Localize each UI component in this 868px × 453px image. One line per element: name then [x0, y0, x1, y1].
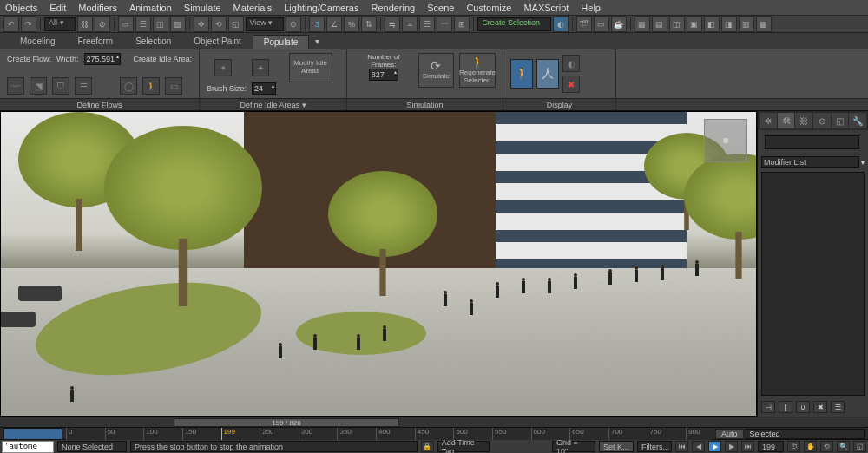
viewcube[interactable]: ▦: [704, 119, 747, 162]
current-frame-field[interactable]: 199: [758, 441, 784, 452]
regenerate-button[interactable]: 🚶 Regenerate Selected: [459, 53, 496, 88]
curve-editor-button[interactable]: 〰: [437, 16, 452, 32]
refcoord-dropdown[interactable]: View ▾: [246, 17, 285, 31]
tool8-button[interactable]: ▩: [756, 16, 772, 32]
remove-mod-button[interactable]: ✖: [813, 401, 827, 413]
tool7-button[interactable]: ▥: [739, 16, 754, 32]
next-frame-button[interactable]: ▶: [725, 441, 738, 452]
angle-snap-button[interactable]: ∠: [326, 16, 342, 32]
time-slider[interactable]: 199 / 826: [174, 418, 399, 427]
tool5-button[interactable]: ◧: [704, 16, 720, 32]
cmd-tab-modify[interactable]: 🛠: [778, 113, 795, 128]
viewport-zoom-button[interactable]: 🔍: [837, 441, 850, 452]
layers-button[interactable]: ☰: [419, 16, 435, 32]
flow-tool-icon[interactable]: 〰: [7, 77, 24, 95]
play-button[interactable]: ▶: [708, 441, 721, 452]
menu-objects[interactable]: Objects: [5, 3, 37, 13]
mirror-button[interactable]: ⇋: [385, 16, 400, 32]
modifier-stack[interactable]: [761, 172, 865, 396]
object-name-field[interactable]: [765, 135, 859, 149]
ribbon-tab-selection[interactable]: Selection: [124, 34, 182, 49]
viewport-orbit-button[interactable]: ⟲: [820, 441, 833, 452]
select-object-button[interactable]: ▭: [118, 16, 134, 32]
display-delete-icon[interactable]: ✖: [562, 76, 580, 93]
key-filters-button[interactable]: Filters...: [637, 441, 672, 452]
cmd-tab-utilities[interactable]: 🔧: [849, 113, 866, 128]
link-dropdown[interactable]: All ▾: [44, 17, 76, 31]
schematic-button[interactable]: ⊞: [454, 16, 470, 32]
redo-button[interactable]: ↷: [21, 16, 36, 32]
tool1-button[interactable]: ▦: [635, 16, 650, 32]
menu-modifiers[interactable]: Modifiers: [78, 3, 117, 13]
modify-idle-button[interactable]: Modify Idle Areas: [289, 53, 332, 82]
seat-tool-icon[interactable]: ⛉: [52, 77, 69, 95]
rotate-button[interactable]: ⟲: [211, 16, 227, 32]
selection-lock-button[interactable]: 🔒: [421, 441, 434, 452]
menu-edit[interactable]: Edit: [49, 3, 66, 13]
menu-scene[interactable]: Scene: [427, 3, 454, 13]
menu-maxscript[interactable]: MAXScript: [523, 3, 569, 13]
footer-define-flows[interactable]: Define Flows: [0, 99, 200, 110]
menu-help[interactable]: Help: [581, 3, 601, 13]
goto-start-button[interactable]: ⏮: [675, 441, 688, 452]
brush-size-spinner[interactable]: 24: [252, 82, 276, 95]
menu-lighting-cameras[interactable]: Lighting/Cameras: [284, 3, 358, 13]
cmd-tab-display[interactable]: ◱: [832, 113, 849, 128]
ribbon-tab-objectpaint[interactable]: Object Paint: [182, 34, 252, 49]
goto-end-button[interactable]: ⏭: [741, 441, 754, 452]
modifier-list-dropdown[interactable]: Modifier List: [761, 156, 859, 168]
select-name-button[interactable]: ☰: [135, 16, 151, 32]
window-crossing-button[interactable]: ▧: [170, 16, 186, 32]
undo-button[interactable]: ↶: [3, 16, 19, 32]
menu-rendering[interactable]: Rendering: [371, 3, 415, 13]
tool4-button[interactable]: ▣: [687, 16, 702, 32]
ribbon-collapse-button[interactable]: ▾: [309, 34, 326, 49]
ribbon-tab-modeling[interactable]: Modeling: [9, 34, 67, 49]
character-realistic-button[interactable]: 🚶: [510, 59, 533, 89]
frames-spinner[interactable]: 827: [369, 69, 398, 81]
cmd-tab-create[interactable]: ✲: [760, 113, 777, 128]
tool2-button[interactable]: ▤: [652, 16, 667, 32]
align-button[interactable]: ≡: [402, 16, 418, 32]
menu-materials[interactable]: Materials: [233, 3, 273, 13]
menu-simulate[interactable]: Simulate: [184, 3, 221, 13]
ramp-tool-icon[interactable]: ⬔: [30, 77, 47, 95]
pin-stack-button[interactable]: ⊣: [761, 401, 775, 413]
percent-snap-button[interactable]: %: [344, 16, 359, 32]
timeline-ruler[interactable]: 0 50 100 150 199 250 300 350 400 450 500…: [66, 428, 712, 440]
select-link-button[interactable]: ⛓: [77, 16, 93, 32]
render-setup-button[interactable]: 🎬: [576, 16, 592, 32]
config-button[interactable]: ☰: [831, 401, 845, 413]
idle-area-person-icon[interactable]: 🚶: [142, 77, 160, 95]
simulate-button[interactable]: ⟳ Simulate: [418, 53, 454, 88]
prev-frame-button[interactable]: ◀: [692, 441, 705, 452]
idle-brush2-icon[interactable]: ✦: [252, 59, 269, 76]
width-spinner[interactable]: 275.591: [84, 53, 121, 65]
track-bar[interactable]: 199 / 826: [0, 417, 868, 427]
make-unique-button[interactable]: ∪: [796, 401, 810, 413]
unlink-button[interactable]: ⊘: [95, 16, 110, 32]
viewport-max-button[interactable]: ◱: [853, 441, 866, 452]
auto-key-button[interactable]: Auto: [715, 429, 744, 439]
render-button[interactable]: ☕: [611, 16, 627, 32]
material-editor-button[interactable]: ◐: [553, 16, 569, 32]
tool6-button[interactable]: ◨: [721, 16, 737, 32]
cmd-tab-motion[interactable]: ⊙: [813, 113, 831, 128]
idle-area-rect-icon[interactable]: ▭: [165, 77, 182, 95]
named-selection-dropdown[interactable]: Create Selection: [477, 17, 551, 31]
perspective-viewport[interactable]: ▦: [1, 112, 756, 416]
ribbon-tab-freeform[interactable]: Freeform: [67, 34, 125, 49]
menu-animation[interactable]: Animation: [129, 3, 172, 13]
ribbon-tab-populate[interactable]: Populate: [253, 35, 309, 49]
display-toggle1-icon[interactable]: ◐: [562, 55, 580, 72]
set-key-button[interactable]: Set K...: [599, 441, 634, 452]
mini-viewport-thumb[interactable]: [3, 428, 62, 440]
idle-brush1-icon[interactable]: ✶: [214, 59, 232, 76]
key-filter-dropdown[interactable]: Selected: [746, 429, 865, 439]
stair-tool-icon[interactable]: ☰: [75, 77, 92, 95]
add-time-tag[interactable]: Add Time Tag: [437, 441, 490, 452]
select-region-button[interactable]: ◫: [153, 16, 168, 32]
pivot-button[interactable]: ⊙: [286, 16, 301, 32]
viewport-pan-button[interactable]: ✋: [804, 441, 817, 452]
render-frame-button[interactable]: ▭: [594, 16, 609, 32]
